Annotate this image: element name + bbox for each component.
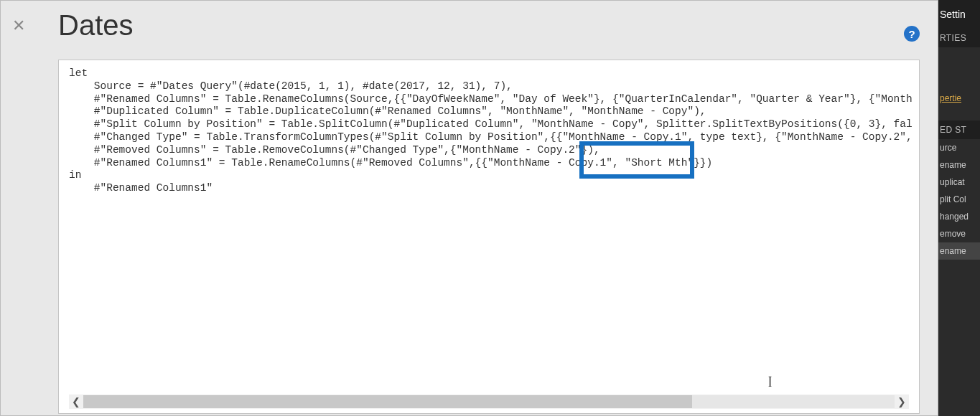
editor-title: Dates	[58, 9, 134, 42]
settings-header: Settin	[938, 0, 980, 29]
applied-step[interactable]: urce	[938, 139, 980, 156]
all-properties-link[interactable]: pertie	[938, 90, 980, 106]
text-cursor-icon: I	[768, 372, 772, 391]
code-editor-box: let Source = #"Dates Query"(#date(2015, …	[58, 60, 920, 414]
advanced-editor-dialog: ✕ Dates ? let Source = #"Dates Query"(#d…	[0, 0, 938, 416]
applied-step[interactable]: plit Col	[938, 191, 980, 208]
help-icon[interactable]: ?	[904, 26, 920, 42]
applied-step[interactable]: hanged	[938, 208, 980, 225]
scroll-track[interactable]	[83, 395, 895, 408]
applied-step[interactable]: ename	[938, 156, 980, 174]
code-editor[interactable]: let Source = #"Dates Query"(#date(2015, …	[69, 67, 913, 393]
applied-step[interactable]: uplicat	[938, 174, 980, 191]
horizontal-scrollbar[interactable]: ❮ ❯	[69, 394, 909, 409]
scroll-right-button[interactable]: ❯	[895, 394, 909, 409]
applied-steps-header: ED ST	[938, 120, 980, 139]
query-settings-panel: Settin RTIES pertie ED ST urceenameuplic…	[938, 0, 980, 416]
scroll-left-button[interactable]: ❮	[69, 394, 83, 409]
properties-section-header: RTIES	[938, 29, 980, 47]
scroll-thumb[interactable]	[83, 395, 692, 408]
applied-step[interactable]: emove	[938, 225, 980, 242]
applied-step[interactable]: ename	[938, 242, 980, 260]
close-button[interactable]: ✕	[9, 16, 28, 35]
